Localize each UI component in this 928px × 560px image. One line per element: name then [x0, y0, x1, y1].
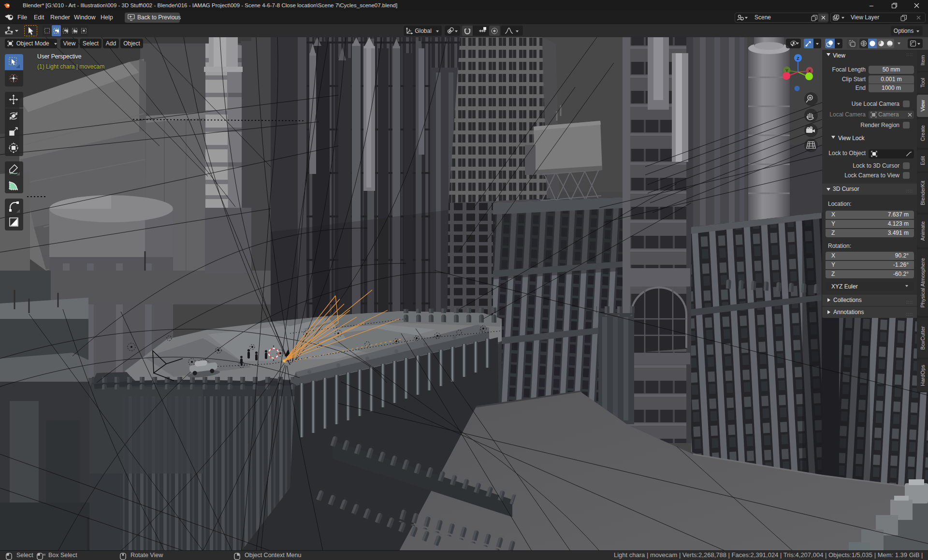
- svg-text:Z: Z: [797, 56, 799, 61]
- svg-text:Y: Y: [785, 68, 788, 73]
- svg-text:X: X: [808, 69, 811, 73]
